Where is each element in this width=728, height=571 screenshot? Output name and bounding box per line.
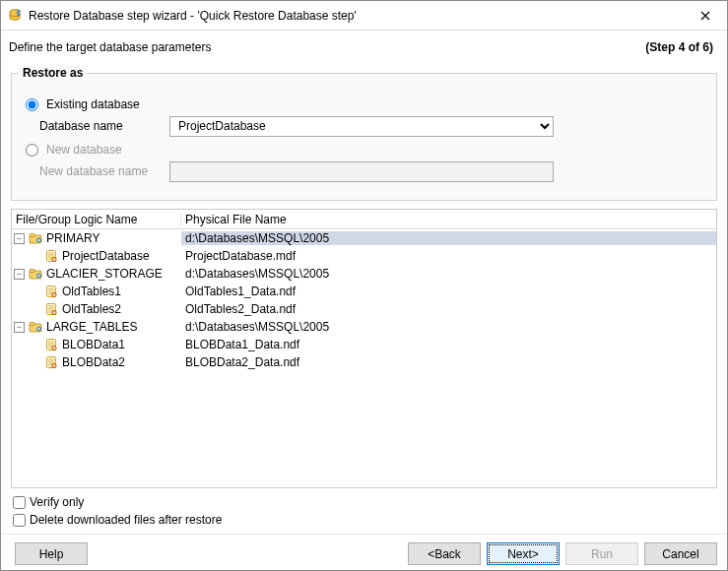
physical-name[interactable]: d:\Databases\MSSQL\2005 (181, 231, 716, 245)
svg-rect-7 (30, 270, 34, 273)
restore-as-group: Restore as Existing database Database na… (11, 66, 717, 201)
tree-toggle-icon[interactable]: − (14, 269, 25, 280)
table-row[interactable]: −LARGE_TABLESd:\Databases\MSSQL\2005 (12, 318, 716, 336)
physical-name[interactable]: ProjectDatabase.mdf (181, 249, 716, 263)
svg-rect-14 (30, 323, 34, 326)
physical-name[interactable]: OldTables2_Data.ndf (181, 302, 716, 316)
radio-existing-database[interactable] (26, 98, 38, 111)
db-file-icon (44, 302, 58, 316)
help-button[interactable]: Help (15, 542, 88, 565)
step-indicator: (Step 4 of 6) (645, 40, 713, 54)
table-row[interactable]: ProjectDatabaseProjectDatabase.mdf (12, 247, 716, 265)
physical-name[interactable]: OldTables1_Data.ndf (181, 285, 716, 298)
delete-files-label: Delete downloaded files after restore (30, 513, 222, 527)
db-file-icon (44, 285, 58, 298)
database-name-select[interactable]: ProjectDatabase (169, 116, 554, 137)
new-database-name-input (169, 161, 554, 182)
radio-new-database[interactable] (26, 144, 38, 157)
wizard-header: Define the target database parameters (S… (1, 31, 727, 60)
table-row[interactable]: OldTables1OldTables1_Data.ndf (12, 283, 716, 300)
grid-body[interactable]: −PRIMARYd:\Databases\MSSQL\2005ProjectDa… (12, 229, 716, 487)
database-name-row: Database name ProjectDatabase (39, 115, 706, 137)
logic-name: LARGE_TABLES (46, 320, 137, 334)
radio-new-database-label[interactable]: New database (46, 143, 122, 157)
table-row[interactable]: OldTables2OldTables2_Data.ndf (12, 300, 716, 318)
physical-name[interactable]: BLOBData1_Data.ndf (181, 338, 716, 351)
options-checks: Verify only Delete downloaded files afte… (13, 494, 717, 528)
verify-only-label: Verify only (30, 495, 84, 509)
verify-only-row[interactable]: Verify only (13, 494, 717, 510)
table-row[interactable]: BLOBData2BLOBData2_Data.ndf (12, 353, 716, 371)
physical-name[interactable]: d:\Databases\MSSQL\2005 (181, 320, 716, 334)
window-title: Restore Database step wizard - 'Quick Re… (29, 9, 684, 23)
cancel-button[interactable]: Cancel (644, 542, 717, 565)
back-button[interactable]: <Back (408, 542, 481, 565)
logic-name: ProjectDatabase (62, 249, 150, 263)
radio-existing-database-row[interactable]: Existing database (26, 97, 706, 111)
wizard-subtitle: Define the target database parameters (9, 40, 645, 54)
physical-name[interactable]: d:\Databases\MSSQL\2005 (181, 267, 716, 281)
tree-toggle-icon[interactable]: − (14, 322, 25, 333)
physical-name[interactable]: BLOBData2_Data.ndf (181, 355, 716, 369)
table-row[interactable]: −GLACIER_STORAGEd:\Databases\MSSQL\2005 (12, 265, 716, 283)
delete-files-row[interactable]: Delete downloaded files after restore (13, 512, 717, 528)
db-file-icon (44, 249, 58, 263)
db-file-icon (44, 355, 58, 369)
radio-new-database-row[interactable]: New database (26, 143, 706, 157)
db-group-icon (29, 267, 42, 281)
run-button[interactable]: Run (565, 542, 638, 565)
table-row[interactable]: −PRIMARYd:\Databases\MSSQL\2005 (12, 229, 716, 247)
file-tree-grid[interactable]: File/Group Logic Name Physical File Name… (11, 209, 717, 488)
db-group-icon (29, 231, 42, 245)
next-button[interactable]: Next> (487, 542, 560, 565)
logic-name: GLACIER_STORAGE (46, 267, 163, 281)
button-bar: Help <Back Next> Run Cancel (1, 534, 727, 571)
database-name-label: Database name (39, 119, 162, 133)
restore-as-legend: Restore as (19, 66, 87, 80)
tree-toggle-icon[interactable]: − (14, 233, 25, 244)
new-database-name-row: New database name (39, 160, 706, 182)
radio-existing-database-label[interactable]: Existing database (46, 97, 140, 111)
titlebar: Restore Database step wizard - 'Quick Re… (1, 1, 727, 31)
db-file-icon (44, 338, 58, 351)
app-icon (7, 8, 23, 24)
logic-name: OldTables1 (62, 285, 121, 298)
close-button[interactable] (684, 1, 727, 31)
new-database-name-label: New database name (39, 164, 162, 178)
logic-name: BLOBData2 (62, 355, 125, 369)
grid-header-logic-name[interactable]: File/Group Logic Name (12, 213, 181, 226)
logic-name: PRIMARY (46, 231, 99, 245)
verify-only-checkbox[interactable] (13, 496, 26, 509)
logic-name: BLOBData1 (62, 338, 125, 351)
grid-header-physical-name[interactable]: Physical File Name (181, 213, 716, 226)
svg-rect-2 (30, 234, 34, 237)
delete-files-checkbox[interactable] (13, 514, 26, 527)
db-group-icon (29, 320, 42, 334)
logic-name: OldTables2 (62, 302, 121, 316)
table-row[interactable]: BLOBData1BLOBData1_Data.ndf (12, 336, 716, 353)
grid-header: File/Group Logic Name Physical File Name (12, 210, 716, 229)
